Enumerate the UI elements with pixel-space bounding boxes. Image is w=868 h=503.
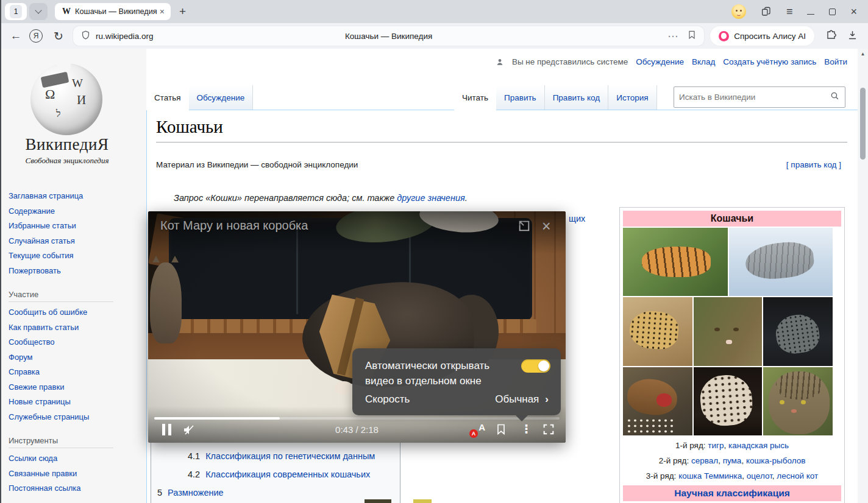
personal-link[interactable]: Вклад xyxy=(692,57,715,66)
article-image-fragment xyxy=(413,499,432,503)
sidebar-link[interactable]: Связанные правки xyxy=(9,466,146,482)
speed-value[interactable]: Обычная› xyxy=(495,393,549,406)
sidebar-link[interactable]: Ссылки сюда xyxy=(9,451,146,466)
refresh-button[interactable]: ↻ xyxy=(51,29,66,43)
toc-link[interactable]: Классификация по генетическим данным xyxy=(205,451,375,461)
page-title: Кошачьи xyxy=(156,117,847,142)
taxobox: Кошачьи xyxy=(619,207,845,503)
browser-tab[interactable]: W Кошачьи — Википедия × xyxy=(55,3,171,20)
tab-close-icon[interactable]: × xyxy=(158,7,166,16)
address-page-title: Кошачьи — Википедия xyxy=(73,32,704,41)
search-icon[interactable] xyxy=(830,91,840,104)
video-bookmark-icon[interactable] xyxy=(495,423,507,438)
sidebar-link[interactable]: Избранные статьи xyxy=(9,219,146,234)
infobox-photo-ocelot[interactable] xyxy=(694,367,762,435)
sidebar-link[interactable]: Содержание xyxy=(9,204,146,219)
maximize-button[interactable] xyxy=(829,9,836,15)
infobox-photo-puma[interactable] xyxy=(694,297,762,366)
infobox-captions: 1-й ряд: тигр, канадская рысь2-й ряд: се… xyxy=(623,438,841,484)
caption-species-link[interactable]: лесной кот xyxy=(777,471,818,480)
caption-species-link[interactable]: оцелот xyxy=(747,471,772,480)
sidebar-sections: УчастиеСообщить об ошибкеКак править ста… xyxy=(0,290,146,496)
infobox-photo-temminck-cat[interactable] xyxy=(623,367,692,435)
scroll-up-icon[interactable]: ▲ xyxy=(858,51,868,57)
auto-open-label: Автоматически открывать видео в отдельно… xyxy=(365,358,509,389)
toc-link[interactable]: Классификация современных кошачьих xyxy=(205,470,370,479)
infobox-photo-canada-lynx[interactable] xyxy=(729,228,833,296)
minimize-button[interactable] xyxy=(807,9,814,15)
sidebar-link[interactable]: Текущие события xyxy=(9,248,146,264)
video-title-bar xyxy=(148,211,566,254)
sidebar-link[interactable]: Служебные страницы xyxy=(9,410,146,425)
personal-link[interactable]: Создать учётную запись xyxy=(723,57,816,66)
downloads-icon[interactable] xyxy=(847,29,858,43)
auto-open-toggle[interactable] xyxy=(521,359,550,373)
caption-species-link[interactable]: тигр xyxy=(708,441,724,450)
tab-list-dropdown-button[interactable] xyxy=(29,3,48,20)
sidebar-link[interactable]: Форум xyxy=(9,350,146,365)
hatnote: Запрос «Кошки» перенаправляется сюда; см… xyxy=(174,193,468,203)
infobox-photo-fishing-cat[interactable] xyxy=(763,297,833,366)
personal-link[interactable]: Войти xyxy=(824,57,847,66)
ask-alice-button[interactable]: Спросить Алису AI xyxy=(710,26,814,46)
toc-link[interactable]: Размножение xyxy=(168,488,224,498)
tab-view-1[interactable]: Править xyxy=(496,85,545,110)
personal-link[interactable]: Обсуждение xyxy=(636,57,684,66)
sidebar-link[interactable]: Постоянная ссылка xyxy=(9,481,146,496)
caption-species-link[interactable]: кошка-рыболов xyxy=(746,456,805,465)
wikipedia-logo[interactable]: Ω W И ל ВикипедиЯ Свободная энциклопедия xyxy=(0,49,146,189)
chevron-right-icon: › xyxy=(545,393,549,405)
sidebar-link[interactable]: Справка xyxy=(9,365,146,380)
sidebar-link[interactable]: Сообщить об ошибке xyxy=(9,305,146,320)
article-text-fragment[interactable]: щих xyxy=(569,214,585,223)
hatnote-link[interactable]: другие значения xyxy=(397,193,464,203)
menu-icon[interactable]: ≡ xyxy=(786,6,793,17)
scientific-classification-link[interactable]: Научная классификация xyxy=(623,485,841,501)
infobox-photo-tiger[interactable] xyxy=(623,228,728,296)
sidebar-link[interactable]: Новые страницы xyxy=(9,395,146,410)
sidebar-link[interactable]: Пожертвовать xyxy=(9,264,146,279)
sidebar-link[interactable]: Случайная статья xyxy=(9,234,146,249)
infobox-photo-wildcat[interactable] xyxy=(763,367,833,435)
tab-count: 1 xyxy=(10,5,22,18)
caption-species-link[interactable]: сервал xyxy=(691,456,718,465)
window-close-button[interactable]: × xyxy=(850,6,857,17)
muted-volume-icon[interactable] xyxy=(182,423,196,440)
fullscreen-icon[interactable] xyxy=(542,423,555,438)
tab-view-2[interactable]: Править код xyxy=(545,85,609,110)
edit-source-link[interactable]: [ править код ] xyxy=(786,160,841,169)
new-tab-button[interactable]: + xyxy=(179,5,186,18)
pause-button[interactable] xyxy=(162,424,172,435)
search-input[interactable] xyxy=(674,93,830,102)
back-button[interactable]: ← xyxy=(9,29,23,43)
shield-icon[interactable] xyxy=(80,30,91,43)
tab-counter-button[interactable]: 1 xyxy=(5,3,27,20)
scrollbar-thumb[interactable] xyxy=(860,88,866,160)
wiki-search[interactable] xyxy=(674,86,845,108)
caption-species-link[interactable]: кошка Темминка xyxy=(678,471,742,480)
sidebar-link[interactable]: Как править статьи xyxy=(9,320,146,336)
page-scrollbar[interactable]: ▲ xyxy=(858,49,868,503)
video-progress-track[interactable] xyxy=(154,417,560,420)
alice-avatar[interactable] xyxy=(731,4,746,19)
sidebar-section-title: Участие xyxy=(9,290,113,302)
extensions-puzzle-icon[interactable] xyxy=(825,29,837,43)
side-panel-icon[interactable] xyxy=(761,6,772,17)
sidebar-link[interactable]: Сообщество xyxy=(9,335,146,350)
wikipedia-favicon: W xyxy=(62,7,71,16)
sidebar-link[interactable]: Свежие правки xyxy=(9,380,146,395)
more-actions-icon[interactable]: ⋯ xyxy=(667,30,678,43)
tab-view-3[interactable]: История xyxy=(608,85,656,110)
address-bar[interactable]: ru.wikipedia.org Кошачьи — Википедия ⋯ xyxy=(73,26,704,46)
yandex-icon[interactable]: Я xyxy=(29,29,43,43)
video-more-icon[interactable]: ⋮ xyxy=(521,421,532,437)
translate-icon[interactable]: АА xyxy=(469,422,485,438)
caption-species-link[interactable]: пума xyxy=(723,456,742,465)
personal-links: ОбсуждениеВкладСоздать учётную записьВой… xyxy=(636,57,847,66)
caption-species-link[interactable]: канадская рысь xyxy=(728,441,789,450)
infobox-photo-serval[interactable] xyxy=(623,297,692,366)
video-player-overlay[interactable]: Кот Мару и новая коробка × 0:43 / 2:18 А… xyxy=(148,211,566,443)
sidebar-link[interactable]: Заглавная страница xyxy=(9,189,146,204)
tab-namespace-1[interactable]: Обсуждение xyxy=(189,85,254,110)
bookmark-icon[interactable] xyxy=(687,30,697,42)
